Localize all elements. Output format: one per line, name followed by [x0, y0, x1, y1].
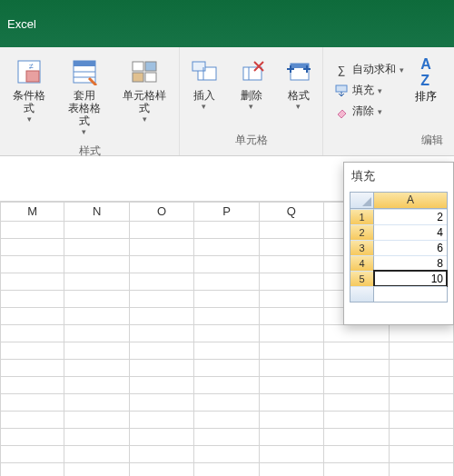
cell[interactable] [390, 412, 454, 429]
cell[interactable] [260, 342, 324, 360]
cell[interactable] [130, 308, 194, 325]
cell[interactable] [0, 412, 64, 429]
cell[interactable] [64, 325, 129, 342]
cell[interactable] [194, 291, 259, 308]
cell[interactable] [130, 377, 194, 394]
cell[interactable] [130, 394, 194, 412]
cell[interactable] [260, 463, 324, 476]
cell[interactable] [64, 239, 129, 256]
cell[interactable] [130, 239, 194, 256]
cell[interactable] [194, 446, 259, 463]
cell[interactable] [194, 325, 259, 342]
cell[interactable] [194, 308, 259, 325]
format-as-table-button[interactable]: 套用 表格格式 ▾ [59, 53, 111, 140]
cell[interactable] [130, 463, 194, 476]
cell[interactable] [130, 222, 194, 239]
autosum-button[interactable]: ∑ 自动求和 ▾ [331, 60, 408, 79]
cell[interactable] [64, 429, 129, 446]
cell[interactable] [64, 291, 129, 308]
cell[interactable] [0, 463, 64, 476]
mini-cell[interactable]: 10 [374, 271, 447, 286]
cell[interactable] [324, 342, 389, 360]
cell[interactable] [324, 463, 389, 476]
cell[interactable] [390, 342, 454, 360]
cell[interactable] [0, 239, 64, 256]
cell[interactable] [130, 429, 194, 446]
cell[interactable] [194, 463, 259, 476]
cell[interactable] [194, 342, 259, 360]
cell[interactable] [260, 273, 324, 291]
cell[interactable] [0, 273, 64, 291]
cell[interactable] [130, 291, 194, 308]
cell[interactable] [194, 394, 259, 412]
mini-col-header[interactable]: A [374, 193, 447, 209]
cell[interactable] [130, 446, 194, 463]
cell[interactable] [194, 222, 259, 239]
mini-row-header[interactable]: 5 [350, 271, 374, 286]
cell[interactable] [64, 394, 129, 412]
cell[interactable] [194, 239, 259, 256]
cell[interactable] [260, 360, 324, 377]
cell[interactable] [260, 239, 324, 256]
cell[interactable] [0, 342, 64, 360]
col-header[interactable]: Q [260, 202, 324, 222]
cell[interactable] [324, 429, 389, 446]
delete-button[interactable]: 删除 ▾ [230, 53, 273, 114]
cell[interactable] [194, 377, 259, 394]
cell[interactable] [390, 446, 454, 463]
cell[interactable] [130, 342, 194, 360]
col-header[interactable]: O [130, 202, 194, 222]
cell[interactable] [64, 412, 129, 429]
cell[interactable] [64, 273, 129, 291]
cell[interactable] [324, 360, 389, 377]
col-header[interactable]: P [194, 202, 259, 222]
cell[interactable] [0, 429, 64, 446]
cell[interactable] [64, 360, 129, 377]
cell[interactable] [194, 273, 259, 291]
cell[interactable] [260, 377, 324, 394]
fill-button[interactable]: 填充 ▾ [331, 81, 408, 100]
sort-button[interactable]: AZ 排序 [411, 53, 440, 123]
mini-cell[interactable]: 4 [374, 224, 447, 240]
cell[interactable] [390, 325, 454, 342]
mini-row-header[interactable]: 1 [350, 209, 374, 224]
cell[interactable] [64, 446, 129, 463]
cell[interactable] [0, 308, 64, 325]
cell[interactable] [260, 291, 324, 308]
cell[interactable] [64, 377, 129, 394]
mini-cell[interactable]: 6 [374, 240, 447, 255]
cell[interactable] [260, 446, 324, 463]
cell[interactable] [194, 256, 259, 273]
cell[interactable] [194, 412, 259, 429]
cell[interactable] [194, 360, 259, 377]
cell[interactable] [0, 377, 64, 394]
cell[interactable] [324, 412, 389, 429]
cell-styles-button[interactable]: 单元格样式 ▾ [114, 53, 175, 140]
cell[interactable] [0, 325, 64, 342]
insert-button[interactable]: 插入 ▾ [183, 53, 226, 114]
cell[interactable] [390, 429, 454, 446]
cell[interactable] [324, 394, 389, 412]
cell[interactable] [260, 394, 324, 412]
cell[interactable] [64, 342, 129, 360]
cell[interactable] [64, 222, 129, 239]
cell[interactable] [260, 325, 324, 342]
clear-button[interactable]: 清除 ▾ [331, 102, 408, 121]
mini-row-header[interactable]: 3 [350, 240, 374, 255]
cell[interactable] [390, 377, 454, 394]
cell[interactable] [64, 463, 129, 476]
cell[interactable] [0, 394, 64, 412]
mini-row-header[interactable]: 4 [350, 255, 374, 271]
cell[interactable] [260, 429, 324, 446]
col-header[interactable]: N [64, 202, 129, 222]
cell[interactable] [260, 308, 324, 325]
cell[interactable] [64, 308, 129, 325]
cell[interactable] [390, 360, 454, 377]
cell[interactable] [130, 273, 194, 291]
conditional-format-button[interactable]: ≠ 条件格式 ▾ [4, 53, 55, 140]
cell[interactable] [0, 291, 64, 308]
cell[interactable] [0, 256, 64, 273]
cell[interactable] [0, 360, 64, 377]
col-header[interactable]: M [0, 202, 64, 222]
format-button[interactable]: 格式 ▾ [277, 53, 321, 114]
